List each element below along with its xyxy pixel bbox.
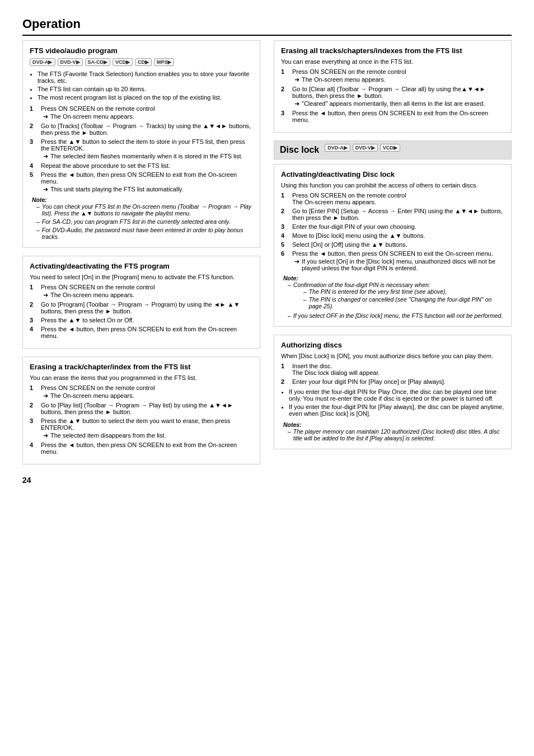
fts-note-list: You can check your FTS list in the On-sc…: [32, 203, 253, 240]
fts-note: Note: You can check your FTS list in the…: [30, 196, 253, 240]
fts-step-1: 1 Press ON SCREEN on the remote control …: [30, 105, 253, 120]
disc-lock-step-5: 5 Select [On] or [Off] using the ▲▼ butt…: [281, 241, 504, 248]
auth-note-list: The player memory can maintain 120 autho…: [283, 428, 504, 442]
fts-section-title: FTS video/audio program: [30, 46, 253, 55]
badge-mp3: MP3▶: [154, 58, 174, 66]
disc-badge-dvd-v: DVD-V▶: [353, 144, 378, 152]
disc-lock-step-3: 3 Enter the four-digit PIN of your own c…: [281, 223, 504, 230]
fts-steps: 1 Press ON SCREEN on the remote control …: [30, 105, 253, 193]
disc-lock-note: Note: Confirmation of the four-digit PIN…: [281, 275, 504, 319]
fts-step-3-text: Press the ▲▼ button to select the item t…: [41, 138, 245, 152]
disc-lock-step-4: 4 Move to [Disc lock] menu using the ▲▼ …: [281, 232, 504, 239]
fts-note-2: For SA-CD, you can program FTS list in t…: [36, 218, 253, 225]
er-all-step-3: 3 Press the ◄ button, then press ON SCRE…: [281, 110, 504, 123]
disc-lock-note-1: Confirmation of the four-digit PIN is ne…: [288, 281, 504, 311]
page-number: 24: [22, 476, 260, 485]
fts-step-5: 5 Press the ◄ button, then press ON SCRE…: [30, 171, 253, 193]
fts-bullet-2: The FTS list can contain up to 20 items.: [38, 86, 253, 92]
erasing-all-steps: 1 Press ON SCREEN on the remote control …: [281, 68, 504, 123]
act-fts-step-2: 2 Go to [Program] (Toolbar → Program → P…: [30, 301, 253, 314]
auth-note-1: The player memory can maintain 120 autho…: [288, 428, 504, 442]
fts-step-5-arrow: ➜ This unit starts playing the FTS list …: [41, 186, 253, 193]
disc-lock-note-2: If you select OFF in the [Disc lock] men…: [288, 312, 504, 319]
authorizing-discs-title: Authorizing discs: [281, 341, 504, 349]
er-track-step-1: 1 Press ON SCREEN on the remote control …: [30, 384, 253, 400]
right-column: Erasing all tracks/chapters/indexes from…: [274, 40, 512, 485]
disc-lock-badges: DVD-A▶ DVD-V▶ VCD▶: [325, 144, 400, 152]
erasing-track-section: Erasing a track/chapter/index from the F…: [22, 356, 260, 464]
erasing-all-title: Erasing all tracks/chapters/indexes from…: [281, 46, 504, 55]
fts-step-5-text: Press the ◄ button, then press ON SCREEN…: [41, 171, 237, 185]
erasing-all-intro: You can erase everything at once in the …: [281, 58, 504, 65]
left-column: FTS video/audio program DVD-A▶ DVD-V▶ SA…: [22, 40, 260, 485]
disc-lock-note-bullet-1: The PIN is entered for the very first ti…: [303, 288, 504, 295]
fts-bullet-1: The FTS (Favorite Track Selection) funct…: [38, 71, 253, 84]
page-title: Operation: [22, 17, 512, 36]
authorizing-bullets: If you enter the four-digit PIN for Play…: [281, 388, 504, 417]
badge-vcd: VCD▶: [113, 58, 133, 66]
disc-lock-step-2: 2 Go to [Enter PIN] (Setup → Access → En…: [281, 208, 504, 221]
er-all-step-1: 1 Press ON SCREEN on the remote control …: [281, 68, 504, 83]
fts-step-3: 3 Press the ▲▼ button to select the item…: [30, 138, 253, 160]
disc-lock-note-list: Confirmation of the four-digit PIN is ne…: [283, 281, 504, 319]
disc-lock-title: Disc lock: [280, 145, 319, 155]
authorizing-discs-steps: 1 Insert the disc.The Disc lock dialog w…: [281, 363, 504, 385]
fts-badges: DVD-A▶ DVD-V▶ SA-CD▶ VCD▶ CD▶ MP3▶: [30, 58, 253, 66]
activating-fts-steps: 1 Press ON SCREEN on the remote control …: [30, 284, 253, 339]
auth-bullet-2: If you enter the four-digit PIN for [Pla…: [289, 403, 504, 417]
fts-note-3: For DVD-Audio, the password must have be…: [36, 227, 253, 240]
erasing-track-title: Erasing a track/chapter/index from the F…: [30, 363, 253, 371]
authorizing-discs-intro: When [Disc Lock] is [ON], you must autho…: [281, 353, 504, 359]
act-fts-step-3: 3 Press the ▲▼ to select On or Off.: [30, 317, 253, 323]
fts-step-2: 2 Go to [Tracks] (Toolbar → Program → Tr…: [30, 123, 253, 136]
auth-note: Notes: The player memory can maintain 12…: [281, 421, 504, 442]
fts-bullets: The FTS (Favorite Track Selection) funct…: [30, 71, 253, 101]
two-column-layout: FTS video/audio program DVD-A▶ DVD-V▶ SA…: [22, 40, 512, 485]
erasing-track-intro: You can erase the items that you program…: [30, 374, 253, 381]
act-fts-step-1: 1 Press ON SCREEN on the remote control …: [30, 284, 253, 299]
act-fts-step-4: 4 Press the ◄ button, then press ON SCRE…: [30, 326, 253, 339]
fts-step-3-arrow: ➜ The selected item flashes momentarily …: [41, 153, 253, 160]
auth-step-1: 1 Insert the disc.The Disc lock dialog w…: [281, 363, 504, 376]
disc-lock-note-bullet-2: The PIN is changed or cancelled (see "Ch…: [303, 296, 504, 309]
er-all-step-2: 2 Go to [Clear all] (Toolbar → Program →…: [281, 86, 504, 107]
erasing-track-steps: 1 Press ON SCREEN on the remote control …: [30, 384, 253, 455]
badge-dvd-a: DVD-A▶: [30, 58, 55, 66]
er-track-step-4: 4 Press the ◄ button, then press ON SCRE…: [30, 442, 253, 455]
fts-bullet-3: The most recent program list is placed o…: [38, 94, 253, 101]
disc-lock-header: Disc lock DVD-A▶ DVD-V▶ VCD▶: [274, 140, 512, 159]
disc-lock-step-1: 1 Press ON SCREEN on the remote control …: [281, 192, 504, 205]
badge-sa-cd: SA-CD▶: [85, 58, 111, 66]
activating-disc-lock-intro: Using this function you can prohibit the…: [281, 182, 504, 189]
fts-step-4: 4 Repeat the above procedure to set the …: [30, 162, 253, 169]
fts-section: FTS video/audio program DVD-A▶ DVD-V▶ SA…: [22, 40, 260, 248]
badge-cd: CD▶: [135, 58, 152, 66]
badge-dvd-v: DVD-V▶: [58, 58, 83, 66]
disc-badge-dvd-a: DVD-A▶: [325, 144, 350, 152]
fts-note-1: You can check your FTS list in the On-sc…: [36, 203, 253, 217]
activating-fts-title: Activating/deactivating the FTS program: [30, 262, 253, 270]
auth-bullet-1: If you enter the four-digit PIN for Play…: [289, 388, 504, 402]
disc-badge-vcd: VCD▶: [380, 144, 400, 152]
auth-step-2: 2 Enter your four digit PIN for [Play on…: [281, 378, 504, 385]
authorizing-discs-section: Authorizing discs When [Disc Lock] is [O…: [274, 335, 512, 449]
er-track-step-3: 3 Press the ▲▼ button to select the item…: [30, 417, 253, 439]
activating-fts-intro: You need to select [On] in the [Program]…: [30, 274, 253, 280]
er-track-step-2: 2 Go to [Play list] (Toolbar → Program →…: [30, 402, 253, 415]
activating-fts-section: Activating/deactivating the FTS program …: [22, 256, 260, 349]
erasing-all-section: Erasing all tracks/chapters/indexes from…: [274, 40, 512, 133]
page: Operation FTS video/audio program DVD-A▶…: [0, 0, 534, 756]
disc-lock-step-6: 6 Press the ◄ button, then press ON SCRE…: [281, 250, 504, 271]
activating-disc-lock-title: Activating/deactivating Disc lock: [281, 170, 504, 179]
activating-disc-lock-section: Activating/deactivating Disc lock Using …: [274, 164, 512, 327]
disc-lock-steps: 1 Press ON SCREEN on the remote control …: [281, 192, 504, 271]
fts-step-1-arrow: ➜ The On-screen menu appears.: [41, 113, 253, 120]
fts-step-1-text: Press ON SCREEN on the remote control: [41, 105, 155, 112]
